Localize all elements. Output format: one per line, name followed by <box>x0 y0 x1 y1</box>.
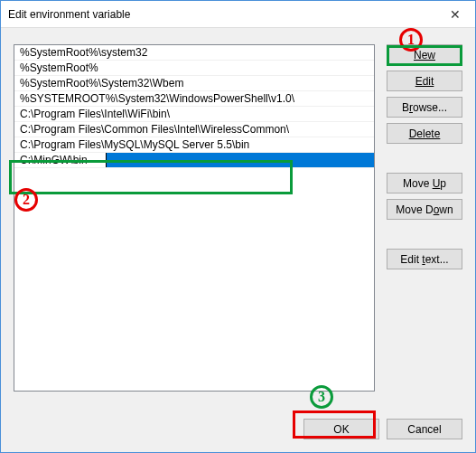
titlebar: Edit environment variable ✕ <box>1 1 475 28</box>
browse-button-label: Browse... <box>402 101 447 114</box>
list-item[interactable]: %SystemRoot%\system32 <box>14 45 374 61</box>
path-listbox[interactable]: %SystemRoot%\system32 %SystemRoot% %Syst… <box>14 44 375 392</box>
move-up-label: Move Up <box>403 177 446 190</box>
dialog-body: %SystemRoot%\system32 %SystemRoot% %Syst… <box>1 28 475 452</box>
cancel-button[interactable]: Cancel <box>387 419 462 439</box>
new-button[interactable]: New <box>387 44 462 65</box>
delete-button-label: Delete <box>409 127 441 140</box>
dialog-buttons: OK Cancel <box>303 419 462 439</box>
close-icon: ✕ <box>450 7 461 22</box>
browse-button[interactable]: Browse... <box>387 97 462 118</box>
dialog-window: Edit environment variable ✕ %SystemRoot%… <box>0 0 476 453</box>
list-item[interactable]: %SystemRoot%\System32\Wbem <box>14 76 374 91</box>
window-title: Edit environment variable <box>8 8 130 21</box>
edit-button[interactable]: Edit <box>387 71 462 91</box>
edit-text-button[interactable]: Edit text... <box>387 249 462 269</box>
ok-button[interactable]: OK <box>303 419 379 439</box>
edit-text-label: Edit text... <box>400 253 448 266</box>
edit-button-label: Edit <box>415 75 434 88</box>
move-up-button[interactable]: Move Up <box>387 173 462 193</box>
delete-button[interactable]: Delete <box>387 123 462 144</box>
inline-edit-input[interactable]: C:\MinGW\bin <box>14 153 107 167</box>
list-item[interactable]: %SYSTEMROOT%\System32\WindowsPowerShell\… <box>14 91 374 107</box>
move-down-button[interactable]: Move Down <box>387 199 462 220</box>
list-item[interactable]: C:\Program Files\Common Files\Intel\Wire… <box>14 122 374 137</box>
move-down-label: Move Down <box>396 203 453 216</box>
list-item[interactable]: C:\Program Files\MySQL\MySQL Server 5.5\… <box>14 137 374 153</box>
list-item-editing[interactable]: C:\MinGW\bin <box>14 153 374 168</box>
new-button-label: New <box>414 49 435 61</box>
list-item[interactable]: %SystemRoot% <box>14 61 374 76</box>
list-item[interactable]: C:\Program Files\Intel\WiFi\bin\ <box>14 107 374 122</box>
button-column: New Edit Browse... Delete Move Up Move D… <box>387 44 462 275</box>
close-button[interactable]: ✕ <box>434 1 475 27</box>
